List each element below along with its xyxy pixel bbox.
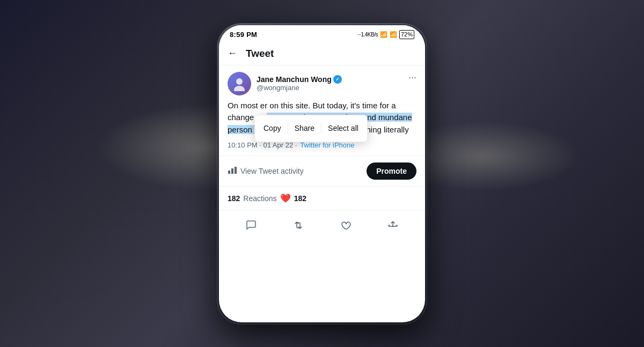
tweet-nav: ← Tweet xyxy=(219,42,425,65)
back-button[interactable]: ← xyxy=(228,48,237,59)
author-name: Jane Manchun Wong ✓ xyxy=(257,75,342,84)
heart-count: 182 xyxy=(294,194,306,203)
context-menu: Copy Share Select all xyxy=(254,115,368,142)
tweet-activity: View Tweet activity Promote xyxy=(228,156,416,186)
status-bar: 8:59 PM ···1.4KB/s 📶 📶 72% xyxy=(219,25,425,42)
share-button[interactable]: Share xyxy=(288,120,321,137)
verified-badge: ✓ xyxy=(333,75,342,84)
copy-button[interactable]: Copy xyxy=(257,120,288,137)
status-icons: ···1.4KB/s 📶 📶 72% xyxy=(357,30,414,39)
comment-icon xyxy=(246,220,257,231)
svg-point-0 xyxy=(236,78,243,85)
page-title: Tweet xyxy=(246,48,274,60)
bar-chart-icon xyxy=(228,165,237,175)
avatar-image xyxy=(232,76,247,91)
phone: 8:59 PM ···1.4KB/s 📶 📶 72% ← Tweet xyxy=(217,24,427,324)
like-button[interactable] xyxy=(336,216,355,235)
retweet-icon xyxy=(293,220,304,231)
status-time: 8:59 PM xyxy=(230,31,257,39)
reactions-row: 182 Reactions ❤️ 182 xyxy=(228,187,416,210)
scene: 8:59 PM ···1.4KB/s 📶 📶 72% ← Tweet xyxy=(0,0,644,347)
author-handle: @wongmjane xyxy=(257,84,342,92)
action-bar xyxy=(228,210,416,238)
reactions-label: Reactions xyxy=(243,194,276,203)
tweet-header: Jane Manchun Wong ✓ @wongmjane ··· xyxy=(228,72,416,95)
twitter-source-link[interactable]: Twitter for iPhone xyxy=(300,141,354,149)
comment-button[interactable] xyxy=(241,216,261,235)
svg-rect-4 xyxy=(235,167,237,174)
wifi-icon: 📶 xyxy=(390,31,397,38)
promote-button[interactable]: Promote xyxy=(367,163,416,180)
tweet-body: Jane Manchun Wong ✓ @wongmjane ··· On mo… xyxy=(219,65,425,245)
svg-rect-3 xyxy=(231,168,233,174)
select-all-button[interactable]: Select all xyxy=(321,120,365,137)
text-before: On most xyxy=(228,101,258,110)
activity-icon xyxy=(228,165,237,177)
bluetooth-icon: 📶 xyxy=(380,31,387,38)
tweet-timestamp: 10:10 PM · 01 Apr 22 · Twitter for iPhon… xyxy=(228,141,416,149)
like-icon xyxy=(340,220,351,231)
share-action-button[interactable] xyxy=(383,216,402,235)
phone-screen: 8:59 PM ···1.4KB/s 📶 📶 72% ← Tweet xyxy=(219,25,425,322)
battery-icon: 72% xyxy=(399,30,414,39)
activity-left: View Tweet activity xyxy=(228,165,304,177)
more-button[interactable]: ··· xyxy=(408,72,416,83)
heart-icon: ❤️ xyxy=(280,193,291,203)
author-info: Jane Manchun Wong ✓ @wongmjane xyxy=(257,75,342,92)
svg-rect-2 xyxy=(228,171,230,174)
svg-point-1 xyxy=(234,86,245,91)
tweet-text[interactable]: On most er on this site. But today, it's… xyxy=(228,100,416,136)
tweet-author: Jane Manchun Wong ✓ @wongmjane xyxy=(228,72,342,95)
avatar xyxy=(228,72,251,95)
retweet-button[interactable] xyxy=(289,216,308,235)
reactions-count: 182 xyxy=(228,194,240,203)
signal-text: ···1.4KB/s xyxy=(357,32,378,38)
activity-label[interactable]: View Tweet activity xyxy=(240,167,304,175)
share-icon xyxy=(387,220,398,231)
